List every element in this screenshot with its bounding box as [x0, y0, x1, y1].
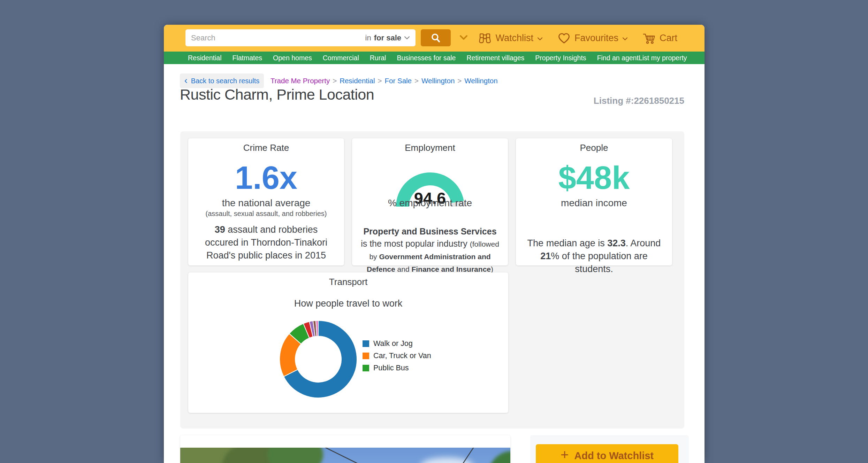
employment-note: Property and Business Services is the mo… — [352, 225, 508, 275]
legend-label: Public Bus — [373, 364, 409, 372]
legend-item: Walk or Jog — [363, 339, 431, 348]
search-input[interactable] — [185, 33, 363, 43]
favourites-label: Favourites — [574, 33, 618, 44]
legend-swatch — [363, 353, 369, 359]
breadcrumb-separator: > — [414, 77, 419, 85]
breadcrumb-separator: > — [333, 77, 337, 85]
chevron-down-icon — [459, 35, 468, 40]
legend-swatch — [363, 365, 369, 371]
text-segment: 39 — [215, 224, 225, 235]
text-segment: 21 — [540, 251, 551, 261]
heart-icon — [557, 32, 571, 44]
breadcrumb-link[interactable]: Wellington — [464, 77, 497, 85]
main-nav: ResidentialFlatmatesOpen homesCommercial… — [164, 52, 705, 64]
photo-gallery-card — [180, 435, 510, 463]
transport-donut-chart — [277, 318, 359, 400]
browser-page: in for sale — [164, 25, 705, 463]
people-note: The median age is 32.3. Around 21% of th… — [516, 237, 672, 276]
median-income-value: $48k — [516, 161, 672, 195]
crime-rate-value: 1.6x — [188, 161, 344, 195]
transport-subtitle: How people travel to work — [188, 298, 508, 309]
median-income-subtitle: median income — [516, 198, 672, 209]
text-segment: 32.3 — [607, 238, 626, 248]
nav-item-rural[interactable]: Rural — [370, 54, 386, 62]
transport-card: Transport How people travel to work Walk… — [188, 272, 508, 413]
crime-rate-subtitle: the national average — [188, 198, 344, 209]
page-title: Rustic Charm, Prime Location — [180, 86, 374, 103]
listing-sidebar: + Add to Watchlist — [530, 435, 689, 463]
breadcrumb-link[interactable]: For Sale — [385, 77, 412, 85]
nav-item-open-homes[interactable]: Open homes — [273, 54, 312, 62]
crime-rate-note: 39 assault and robberies occured in Thor… — [188, 223, 344, 262]
breadcrumb-separator: > — [378, 77, 382, 85]
crime-rate-subnote: (assault, sexual assault, and robberies) — [188, 210, 344, 218]
add-to-watchlist-button[interactable]: + Add to Watchlist — [536, 444, 678, 463]
breadcrumb-link[interactable]: Residential — [340, 77, 375, 85]
card-title: Transport — [188, 277, 508, 287]
text-segment: ) — [491, 265, 493, 273]
cart-label: Cart — [660, 33, 677, 44]
breadcrumb-link[interactable]: Trade Me Property — [271, 77, 330, 85]
add-to-watchlist-label: Add to Watchlist — [574, 450, 654, 462]
site-header: in for sale — [164, 25, 705, 52]
legend-item: Public Bus — [363, 364, 431, 372]
text-segment: Finance and Insurance — [411, 265, 491, 273]
nav-item-businesses-for-sale[interactable]: Businesses for sale — [397, 54, 456, 62]
nav-item-flatmates[interactable]: Flatmates — [232, 54, 262, 62]
breadcrumb-link[interactable]: Wellington — [421, 77, 455, 85]
nav-item-commercial[interactable]: Commercial — [323, 54, 359, 62]
legend-swatch — [363, 340, 369, 347]
cart-link[interactable]: Cart — [642, 32, 677, 44]
nav-item-find-an-agent[interactable]: Find an agent — [597, 54, 639, 62]
breadcrumb-separator: > — [457, 77, 462, 85]
header-links: Watchlist Favourites — [478, 25, 677, 52]
legend-label: Walk or Jog — [373, 339, 413, 348]
card-title: Crime Rate — [188, 142, 344, 153]
search-icon — [430, 32, 442, 44]
binoculars-icon — [478, 32, 492, 44]
search-button[interactable] — [421, 29, 451, 46]
listing-number: Listing #:2261850215 — [594, 95, 684, 106]
desktop-background: in for sale — [0, 0, 868, 463]
legend-item: Car, Truck or Van — [363, 352, 431, 360]
nav-item-retirement-villages[interactable]: Retirement villages — [466, 54, 524, 62]
search-scope-value: for sale — [374, 33, 401, 43]
text-segment: Property and Business Services — [363, 226, 496, 236]
text-segment: and — [395, 265, 412, 273]
crime-rate-card: Crime Rate 1.6x the national average (as… — [188, 138, 344, 265]
cart-icon — [642, 32, 656, 44]
search-scope-prefix: in — [365, 33, 371, 43]
text-segment: The median age is — [527, 238, 608, 248]
insights-panel: Crime Rate 1.6x the national average (as… — [180, 131, 684, 429]
back-button-label: Back to search results — [191, 77, 260, 85]
favourites-menu[interactable]: Favourites — [557, 32, 628, 44]
text-segment: % of the population are students. — [551, 251, 648, 274]
text-segment: is the most popular industry — [361, 239, 470, 248]
property-photo[interactable] — [180, 448, 510, 463]
legend-label: Car, Truck or Van — [373, 352, 431, 360]
search-bar: in for sale — [185, 29, 416, 46]
employment-card: Employment 94.6 % employment rate Proper… — [352, 138, 508, 265]
power-lines-decoration — [180, 448, 510, 463]
search-scope-dropdown[interactable]: in for sale — [363, 33, 416, 43]
chevron-left-icon: ‹ — [184, 77, 188, 84]
plus-icon: + — [561, 447, 569, 463]
people-card: People $48k median income The median age… — [516, 138, 672, 265]
chevron-down-icon — [537, 37, 543, 41]
nav-item-property-insights[interactable]: Property Insights — [535, 54, 586, 62]
chevron-down-icon — [622, 37, 628, 41]
text-segment: . Around — [626, 238, 661, 248]
nav-item-list-my-property[interactable]: List my property — [639, 54, 705, 62]
watchlist-label: Watchlist — [495, 33, 533, 44]
watchlist-menu[interactable]: Watchlist — [478, 32, 543, 44]
search-options-chevron[interactable] — [459, 35, 469, 41]
chevron-down-icon — [404, 36, 410, 40]
card-title: People — [516, 142, 672, 153]
nav-item-residential[interactable]: Residential — [188, 54, 221, 62]
employment-unit-label: % employment rate — [352, 198, 508, 209]
transport-legend: Walk or JogCar, Truck or VanPublic Bus — [363, 339, 431, 376]
